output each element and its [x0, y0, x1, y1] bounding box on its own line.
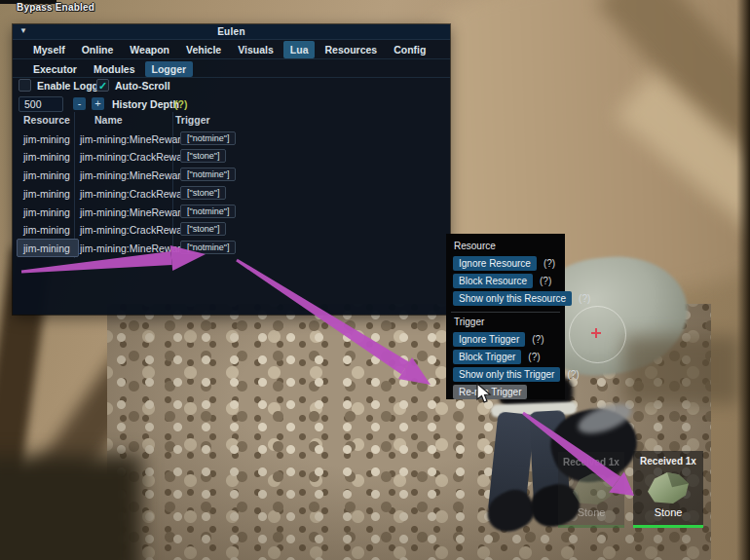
- subtab-executor[interactable]: Executor: [26, 61, 84, 77]
- table-row[interactable]: jim-mining jim-mining:CrackReward ["ston…: [13, 221, 450, 240]
- autoscroll-label: Auto-Scroll: [115, 80, 170, 92]
- tab-vehicle[interactable]: Vehicle: [179, 41, 228, 58]
- notification-progress-bar: [633, 525, 703, 528]
- ignore-trigger-button[interactable]: Ignore Trigger: [453, 332, 525, 347]
- item-notification: Received 1x Stone: [633, 451, 703, 528]
- target-reticle-circle: [569, 306, 626, 363]
- table-row[interactable]: jim-mining jim-mining:MineReward ["notmi…: [13, 204, 450, 222]
- crosshair-icon: [591, 332, 601, 334]
- item-name-label: Stone: [633, 506, 703, 518]
- column-header-resource: Resource: [23, 114, 70, 126]
- item-name-label: Stone: [558, 506, 624, 518]
- context-section-trigger: Trigger: [454, 317, 560, 327]
- history-depth-help: (?): [174, 98, 187, 110]
- help-icon: (?): [528, 352, 540, 362]
- name-cell: jim-mining:CrackReward: [80, 151, 191, 163]
- name-cell: jim-mining:MineReward: [80, 169, 187, 181]
- name-cell: jim-mining:CrackReward: [80, 224, 191, 236]
- subtab-modules[interactable]: Modules: [87, 61, 142, 77]
- column-header-name: Name: [94, 114, 123, 126]
- help-icon: (?): [532, 334, 544, 345]
- name-cell: jim-mining:MineReward: [80, 133, 187, 145]
- trigger-value[interactable]: ["stone"]: [180, 149, 226, 163]
- resource-cell: jim-mining: [23, 243, 70, 254]
- help-icon: (?): [544, 258, 555, 269]
- help-icon: (?): [567, 369, 579, 380]
- dark-rocks-bottom-left: [0, 456, 141, 560]
- ignore-resource-button[interactable]: Ignore Resource: [453, 256, 537, 271]
- tab-resources[interactable]: Resources: [318, 41, 384, 58]
- history-depth-label: History Depth: [112, 98, 179, 110]
- column-header-trigger: Trigger: [175, 114, 210, 126]
- window-title: Eulen: [13, 26, 450, 37]
- resource-cell: jim-mining: [23, 188, 70, 200]
- trigger-value[interactable]: ["notmine"]: [180, 241, 236, 254]
- tab-config[interactable]: Config: [387, 41, 432, 58]
- name-cell: jim-mining:CrackReward: [80, 188, 191, 200]
- autoscroll-checkbox[interactable]: ✓: [96, 79, 109, 92]
- received-label: Received 1x: [558, 457, 624, 467]
- context-section-resource: Resource: [454, 241, 560, 251]
- block-trigger-button[interactable]: Block Trigger: [453, 350, 521, 364]
- stone-item-icon: [569, 470, 618, 507]
- received-label: Received 1x: [633, 456, 703, 467]
- table-row[interactable]: jim-mining jim-mining:CrackReward ["ston…: [13, 148, 450, 167]
- boulder-shadow: [623, 336, 740, 404]
- history-depth-increment-button[interactable]: +: [92, 97, 104, 110]
- tab-myself[interactable]: Myself: [26, 41, 72, 58]
- resource-cell: jim-mining: [23, 224, 70, 236]
- help-icon: (?): [540, 276, 551, 286]
- window-titlebar[interactable]: ▼ Eulen: [13, 24, 450, 40]
- table-row[interactable]: jim-mining jim-mining:MineReward ["notmi…: [13, 167, 450, 185]
- lua-subtab-bar: Executor Modules Logger: [13, 60, 450, 78]
- history-depth-decrement-button[interactable]: -: [73, 97, 86, 110]
- trigger-value[interactable]: ["notmine"]: [180, 205, 236, 218]
- main-tab-bar: Myself Online Weapon Vehicle Visuals Lua…: [13, 40, 450, 59]
- tab-weapon[interactable]: Weapon: [123, 41, 176, 58]
- table-row[interactable]: jim-mining jim-mining:CrackReward ["ston…: [13, 185, 450, 204]
- subtab-logger[interactable]: Logger: [145, 61, 194, 77]
- trigger-value[interactable]: ["notmine"]: [180, 168, 236, 181]
- item-notification-ghost: Received 1x Stone: [558, 452, 624, 528]
- tab-lua[interactable]: Lua: [283, 41, 316, 58]
- resource-cell: jim-mining: [23, 151, 70, 163]
- menu-divider: [451, 312, 560, 313]
- tab-online[interactable]: Online: [75, 41, 121, 58]
- trigger-context-menu: Resource Ignore Resource (?) Block Resou…: [446, 234, 565, 399]
- name-cell: jim-mining:MineReward: [80, 243, 187, 254]
- eulen-menu-window: ▼ Eulen Myself Online Weapon Vehicle Vis…: [13, 24, 450, 315]
- resource-cell: jim-mining: [23, 169, 70, 181]
- resource-cell: jim-mining: [23, 133, 70, 145]
- resource-cell: jim-mining: [23, 206, 70, 218]
- game-screen: Bypass Enabled ▼ Eulen Myself Online Wea…: [0, 0, 750, 560]
- block-resource-button[interactable]: Block Resource: [453, 274, 533, 288]
- show-only-resource-button[interactable]: Show only this Resource: [453, 291, 572, 306]
- bypass-status-label: Bypass Enabled: [17, 2, 94, 13]
- screen-edge-shadow: [736, 0, 750, 560]
- history-depth-input[interactable]: [19, 96, 63, 112]
- trigger-value[interactable]: ["notmine"]: [180, 131, 236, 145]
- table-row[interactable]: jim-mining jim-mining:MineReward ["notmi…: [13, 131, 450, 149]
- rerun-trigger-button[interactable]: Re-run Trigger: [453, 385, 527, 399]
- table-row-selected[interactable]: jim-mining jim-mining:MineReward ["notmi…: [13, 240, 450, 258]
- trigger-value[interactable]: ["stone"]: [180, 222, 226, 236]
- name-cell: jim-mining:MineReward: [80, 206, 187, 218]
- help-icon: (?): [579, 293, 590, 304]
- tab-visuals[interactable]: Visuals: [231, 41, 281, 58]
- show-only-trigger-button[interactable]: Show only this Trigger: [453, 367, 560, 382]
- enable-logger-checkbox[interactable]: [19, 79, 31, 92]
- notification-progress-bar: [558, 525, 624, 528]
- trigger-value[interactable]: ["stone"]: [180, 186, 226, 200]
